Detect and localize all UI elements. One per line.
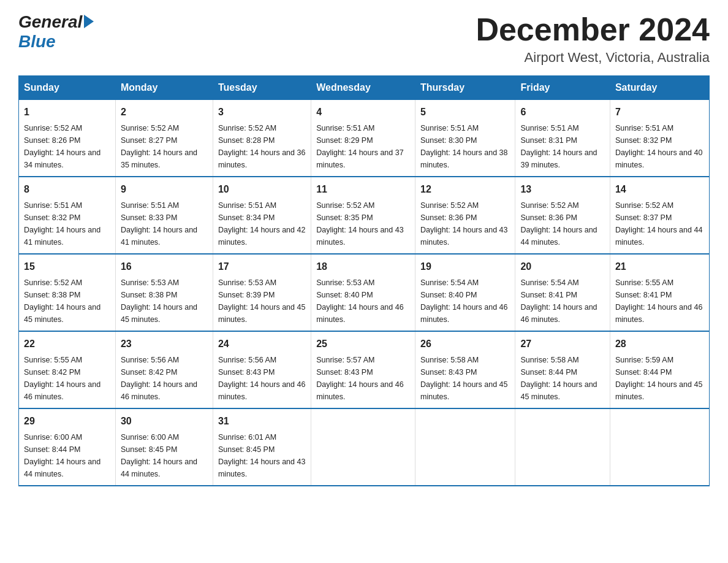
day-info: Sunrise: 5:58 AMSunset: 8:43 PMDaylight:… xyxy=(420,354,510,403)
logo: General Blue xyxy=(18,12,94,52)
day-number: 29 xyxy=(24,414,110,429)
day-info: Sunrise: 5:52 AMSunset: 8:35 PMDaylight:… xyxy=(316,199,410,248)
day-number: 16 xyxy=(121,259,208,274)
calendar-cell xyxy=(515,408,610,486)
day-number: 8 xyxy=(24,182,110,197)
day-number: 1 xyxy=(24,105,110,120)
calendar-cell: 4Sunrise: 5:51 AMSunset: 8:29 PMDaylight… xyxy=(311,100,415,177)
page-header: General Blue December 2024 Airport West,… xyxy=(18,12,710,66)
calendar-week-row: 29Sunrise: 6:00 AMSunset: 8:44 PMDayligh… xyxy=(19,408,710,486)
day-number: 4 xyxy=(316,105,410,120)
calendar-cell: 8Sunrise: 5:51 AMSunset: 8:32 PMDaylight… xyxy=(19,177,116,254)
header-saturday: Saturday xyxy=(610,76,709,100)
day-number: 7 xyxy=(615,105,704,120)
calendar-cell: 2Sunrise: 5:52 AMSunset: 8:27 PMDaylight… xyxy=(115,100,213,177)
day-info: Sunrise: 6:00 AMSunset: 8:44 PMDaylight:… xyxy=(24,431,110,480)
day-info: Sunrise: 5:54 AMSunset: 8:41 PMDaylight:… xyxy=(520,277,604,326)
calendar-cell: 29Sunrise: 6:00 AMSunset: 8:44 PMDayligh… xyxy=(19,408,116,486)
day-number: 6 xyxy=(520,105,604,120)
header-friday: Friday xyxy=(515,76,610,100)
day-number: 28 xyxy=(615,337,704,351)
logo-blue-text: Blue xyxy=(18,32,56,52)
calendar-header-row: SundayMondayTuesdayWednesdayThursdayFrid… xyxy=(19,76,710,100)
day-info: Sunrise: 5:53 AMSunset: 8:39 PMDaylight:… xyxy=(218,277,306,326)
day-info: Sunrise: 5:55 AMSunset: 8:41 PMDaylight:… xyxy=(615,277,704,326)
calendar-cell: 23Sunrise: 5:56 AMSunset: 8:42 PMDayligh… xyxy=(115,331,213,408)
day-number: 19 xyxy=(420,259,510,274)
day-info: Sunrise: 5:52 AMSunset: 8:36 PMDaylight:… xyxy=(420,199,510,248)
logo-general-text: General xyxy=(18,12,82,32)
day-number: 2 xyxy=(121,105,208,120)
title-block: December 2024 Airport West, Victoria, Au… xyxy=(476,12,710,66)
day-number: 26 xyxy=(420,337,510,351)
calendar-cell: 10Sunrise: 5:51 AMSunset: 8:34 PMDayligh… xyxy=(213,177,311,254)
header-thursday: Thursday xyxy=(415,76,515,100)
day-number: 24 xyxy=(218,337,306,351)
calendar-cell: 1Sunrise: 5:52 AMSunset: 8:26 PMDaylight… xyxy=(19,100,116,177)
day-number: 5 xyxy=(420,105,510,120)
calendar-cell: 18Sunrise: 5:53 AMSunset: 8:40 PMDayligh… xyxy=(311,254,415,331)
day-number: 25 xyxy=(316,337,410,351)
header-sunday: Sunday xyxy=(19,76,116,100)
day-number: 12 xyxy=(420,182,510,197)
calendar-week-row: 1Sunrise: 5:52 AMSunset: 8:26 PMDaylight… xyxy=(19,100,710,177)
day-info: Sunrise: 6:01 AMSunset: 8:45 PMDaylight:… xyxy=(218,431,306,480)
calendar-cell: 26Sunrise: 5:58 AMSunset: 8:43 PMDayligh… xyxy=(415,331,515,408)
calendar-week-row: 8Sunrise: 5:51 AMSunset: 8:32 PMDaylight… xyxy=(19,177,710,254)
day-info: Sunrise: 5:51 AMSunset: 8:34 PMDaylight:… xyxy=(218,199,306,248)
day-info: Sunrise: 5:52 AMSunset: 8:37 PMDaylight:… xyxy=(615,199,704,248)
calendar-cell: 12Sunrise: 5:52 AMSunset: 8:36 PMDayligh… xyxy=(415,177,515,254)
day-info: Sunrise: 5:54 AMSunset: 8:40 PMDaylight:… xyxy=(420,277,510,326)
day-info: Sunrise: 5:55 AMSunset: 8:42 PMDaylight:… xyxy=(24,354,110,403)
day-number: 11 xyxy=(316,182,410,197)
calendar-cell: 17Sunrise: 5:53 AMSunset: 8:39 PMDayligh… xyxy=(213,254,311,331)
calendar-cell: 5Sunrise: 5:51 AMSunset: 8:30 PMDaylight… xyxy=(415,100,515,177)
day-info: Sunrise: 5:51 AMSunset: 8:31 PMDaylight:… xyxy=(520,122,604,171)
calendar-cell: 14Sunrise: 5:52 AMSunset: 8:37 PMDayligh… xyxy=(610,177,709,254)
day-info: Sunrise: 5:51 AMSunset: 8:29 PMDaylight:… xyxy=(316,122,410,171)
header-tuesday: Tuesday xyxy=(213,76,311,100)
day-number: 22 xyxy=(24,337,110,351)
day-info: Sunrise: 5:58 AMSunset: 8:44 PMDaylight:… xyxy=(520,354,604,403)
calendar-cell: 21Sunrise: 5:55 AMSunset: 8:41 PMDayligh… xyxy=(610,254,709,331)
calendar-cell: 27Sunrise: 5:58 AMSunset: 8:44 PMDayligh… xyxy=(515,331,610,408)
day-number: 30 xyxy=(121,414,208,429)
calendar-cell: 15Sunrise: 5:52 AMSunset: 8:38 PMDayligh… xyxy=(19,254,116,331)
calendar-cell: 20Sunrise: 5:54 AMSunset: 8:41 PMDayligh… xyxy=(515,254,610,331)
day-info: Sunrise: 5:52 AMSunset: 8:28 PMDaylight:… xyxy=(218,122,306,171)
calendar-table: SundayMondayTuesdayWednesdayThursdayFrid… xyxy=(18,75,710,486)
calendar-cell: 3Sunrise: 5:52 AMSunset: 8:28 PMDaylight… xyxy=(213,100,311,177)
day-number: 23 xyxy=(121,337,208,351)
day-info: Sunrise: 5:51 AMSunset: 8:32 PMDaylight:… xyxy=(615,122,704,171)
calendar-cell: 24Sunrise: 5:56 AMSunset: 8:43 PMDayligh… xyxy=(213,331,311,408)
location-title: Airport West, Victoria, Australia xyxy=(476,50,710,66)
day-info: Sunrise: 5:51 AMSunset: 8:32 PMDaylight:… xyxy=(24,199,110,248)
calendar-cell: 30Sunrise: 6:00 AMSunset: 8:45 PMDayligh… xyxy=(115,408,213,486)
calendar-cell xyxy=(610,408,709,486)
day-info: Sunrise: 5:57 AMSunset: 8:43 PMDaylight:… xyxy=(316,354,410,403)
calendar-cell: 31Sunrise: 6:01 AMSunset: 8:45 PMDayligh… xyxy=(213,408,311,486)
day-number: 31 xyxy=(218,414,306,429)
calendar-cell: 22Sunrise: 5:55 AMSunset: 8:42 PMDayligh… xyxy=(19,331,116,408)
day-info: Sunrise: 5:52 AMSunset: 8:38 PMDaylight:… xyxy=(24,277,110,326)
calendar-cell xyxy=(311,408,415,486)
calendar-cell: 11Sunrise: 5:52 AMSunset: 8:35 PMDayligh… xyxy=(311,177,415,254)
day-info: Sunrise: 5:51 AMSunset: 8:33 PMDaylight:… xyxy=(121,199,208,248)
header-monday: Monday xyxy=(115,76,213,100)
day-info: Sunrise: 5:51 AMSunset: 8:30 PMDaylight:… xyxy=(420,122,510,171)
day-info: Sunrise: 5:59 AMSunset: 8:44 PMDaylight:… xyxy=(615,354,704,403)
day-number: 18 xyxy=(316,259,410,274)
calendar-cell: 9Sunrise: 5:51 AMSunset: 8:33 PMDaylight… xyxy=(115,177,213,254)
calendar-cell xyxy=(415,408,515,486)
day-number: 21 xyxy=(615,259,704,274)
day-number: 20 xyxy=(520,259,604,274)
calendar-cell: 16Sunrise: 5:53 AMSunset: 8:38 PMDayligh… xyxy=(115,254,213,331)
day-info: Sunrise: 6:00 AMSunset: 8:45 PMDaylight:… xyxy=(121,431,208,480)
calendar-cell: 28Sunrise: 5:59 AMSunset: 8:44 PMDayligh… xyxy=(610,331,709,408)
month-title: December 2024 xyxy=(476,12,710,47)
calendar-week-row: 22Sunrise: 5:55 AMSunset: 8:42 PMDayligh… xyxy=(19,331,710,408)
calendar-cell: 19Sunrise: 5:54 AMSunset: 8:40 PMDayligh… xyxy=(415,254,515,331)
day-number: 10 xyxy=(218,182,306,197)
day-number: 13 xyxy=(520,182,604,197)
calendar-week-row: 15Sunrise: 5:52 AMSunset: 8:38 PMDayligh… xyxy=(19,254,710,331)
